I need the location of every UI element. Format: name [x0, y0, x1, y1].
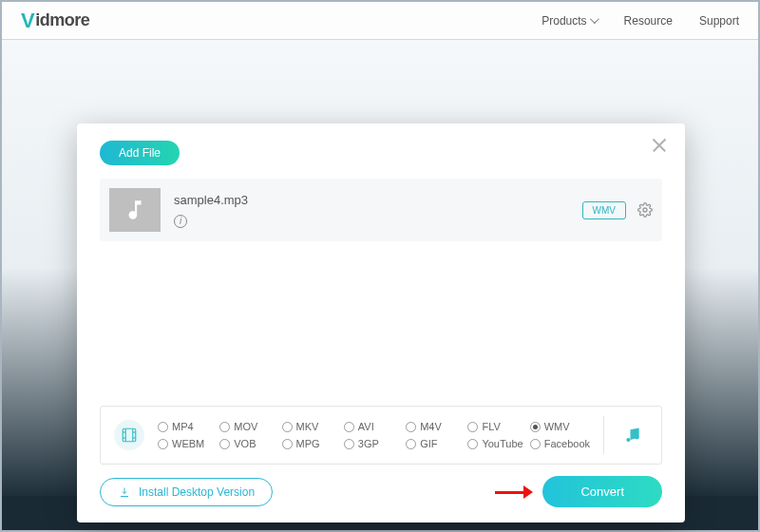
radio-icon: [406, 439, 416, 449]
format-option-flv[interactable]: FLV: [467, 421, 525, 432]
brand-name: idmore: [35, 10, 89, 30]
format-option-m4v[interactable]: M4V: [406, 421, 464, 432]
format-option-youtube[interactable]: YouTube: [467, 438, 525, 449]
radio-icon: [530, 439, 541, 449]
radio-icon: [219, 422, 230, 432]
film-icon: [121, 427, 138, 444]
radio-icon: [467, 422, 478, 432]
install-desktop-button[interactable]: Install Desktop Version: [100, 478, 273, 506]
radio-icon: [158, 422, 168, 432]
file-name: sample4.mp3: [174, 193, 248, 207]
converter-modal: Add File sample4.mp3 i WMV MP4MOVMKVAVIM…: [77, 124, 685, 522]
video-category-icon[interactable]: [114, 420, 144, 450]
format-option-vob[interactable]: VOB: [219, 438, 277, 449]
install-label: Install Desktop Version: [139, 485, 255, 499]
radio-icon: [158, 439, 168, 449]
format-option-avi[interactable]: AVI: [344, 421, 402, 432]
format-options-grid: MP4MOVMKVAVIM4VFLVWMVWEBMVOBMPG3GPGIFYou…: [158, 421, 590, 449]
radio-icon: [219, 439, 230, 449]
info-icon[interactable]: i: [174, 215, 187, 228]
site-header: V idmore Products Resource Support: [2, 2, 758, 40]
format-label: MP4: [172, 421, 194, 432]
format-label: FLV: [482, 421, 500, 432]
nav-support[interactable]: Support: [699, 14, 739, 28]
logo-mark-icon: V: [21, 9, 34, 33]
selected-format-badge[interactable]: WMV: [582, 201, 626, 219]
format-option-webm[interactable]: WEBM: [158, 438, 216, 449]
svg-point-8: [626, 438, 630, 442]
modal-footer: Install Desktop Version Convert: [100, 476, 662, 507]
format-label: 3GP: [358, 438, 379, 449]
file-row: sample4.mp3 i WMV: [100, 179, 662, 241]
radio-icon: [282, 422, 293, 432]
format-label: VOB: [234, 438, 256, 449]
radio-icon: [344, 422, 354, 432]
format-label: GIF: [420, 438, 437, 449]
format-label: Facebook: [544, 438, 590, 449]
format-label: WMV: [544, 421, 570, 432]
file-thumbnail: [109, 188, 161, 232]
format-option-mov[interactable]: MOV: [219, 421, 277, 432]
file-info: sample4.mp3 i: [174, 193, 248, 228]
svg-point-9: [636, 435, 639, 439]
format-option-wmv[interactable]: WMV: [530, 421, 590, 432]
nav-products[interactable]: Products: [542, 14, 597, 28]
format-label: AVI: [358, 421, 374, 432]
format-option-mpg[interactable]: MPG: [282, 438, 340, 449]
radio-icon: [530, 422, 541, 432]
panel-divider: [603, 416, 604, 454]
format-label: YouTube: [482, 438, 522, 449]
file-row-actions: WMV: [582, 201, 653, 219]
format-label: MKV: [296, 421, 319, 432]
download-icon: [118, 485, 131, 499]
svg-rect-1: [123, 428, 136, 442]
format-label: WEBM: [172, 438, 204, 449]
top-nav: Products Resource Support: [542, 14, 739, 28]
convert-button[interactable]: Convert: [542, 476, 662, 507]
attention-arrow-icon: [495, 485, 533, 499]
radio-icon: [467, 439, 478, 449]
chevron-down-icon: [590, 17, 598, 25]
format-label: M4V: [420, 421, 442, 432]
format-option-facebook[interactable]: Facebook: [530, 438, 590, 449]
format-option-mkv[interactable]: MKV: [282, 421, 340, 432]
close-icon[interactable]: [651, 137, 668, 154]
radio-icon: [406, 422, 416, 432]
svg-point-0: [643, 208, 647, 212]
format-option-gif[interactable]: GIF: [406, 438, 464, 449]
nav-products-label: Products: [542, 14, 586, 28]
format-option-mp4[interactable]: MP4: [158, 421, 216, 432]
radio-icon: [282, 439, 293, 449]
music-note-icon: [123, 198, 147, 222]
add-file-button[interactable]: Add File: [100, 141, 180, 165]
format-label: MPG: [296, 438, 320, 449]
gear-icon[interactable]: [637, 202, 653, 218]
format-label: MOV: [234, 421, 257, 432]
audio-category-icon[interactable]: [618, 420, 648, 450]
nav-resource[interactable]: Resource: [624, 14, 673, 28]
radio-icon: [344, 439, 354, 449]
music-icon: [623, 426, 642, 445]
brand-logo[interactable]: V idmore: [21, 9, 89, 33]
format-panel: MP4MOVMKVAVIM4VFLVWMVWEBMVOBMPG3GPGIFYou…: [100, 406, 662, 465]
format-option-3gp[interactable]: 3GP: [344, 438, 402, 449]
